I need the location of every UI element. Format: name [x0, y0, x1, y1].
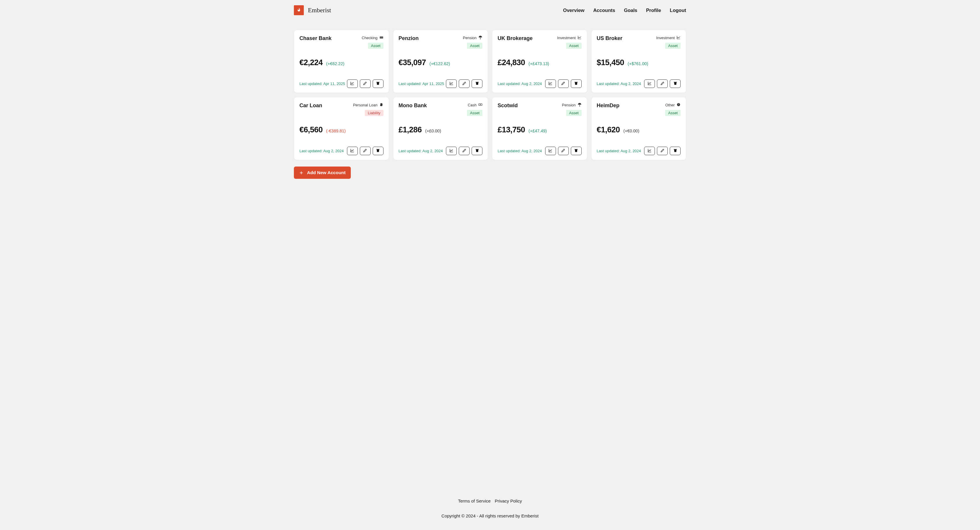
account-badge: Asset — [566, 110, 582, 116]
line-chart-icon — [449, 81, 454, 86]
umbrella-icon — [478, 35, 482, 40]
account-updated: Last updated: Aug 2, 2024 — [299, 149, 344, 153]
credit-card-icon — [379, 35, 383, 40]
account-type: Checking — [361, 35, 383, 40]
account-delta: (+€62.22) — [326, 61, 344, 66]
delete-button[interactable] — [670, 80, 681, 88]
account-type: Investment — [656, 35, 681, 40]
edit-button[interactable] — [657, 80, 668, 88]
question-icon: ? — [676, 102, 681, 107]
account-delta: (-€389.81) — [326, 129, 346, 133]
accounts-grid: Chaser Bank Checking Asset €2,224 (+€62.… — [294, 30, 686, 160]
nav-overview[interactable]: Overview — [563, 8, 584, 13]
svg-rect-0 — [380, 37, 383, 38]
nav-goals[interactable]: Goals — [624, 8, 637, 13]
delete-button[interactable] — [373, 80, 383, 88]
account-delta: (+£473.13) — [528, 61, 549, 66]
footer-terms[interactable]: Terms of Service — [458, 498, 491, 503]
trash-icon — [475, 81, 479, 86]
edit-button[interactable] — [558, 80, 569, 88]
chart-button[interactable] — [545, 80, 556, 88]
trash-icon — [673, 81, 678, 86]
trash-icon — [673, 148, 678, 154]
plus-icon — [299, 171, 304, 175]
pencil-icon — [561, 148, 566, 154]
trash-icon — [574, 81, 578, 86]
brand-name: Emberist — [308, 6, 331, 14]
nav-accounts[interactable]: Accounts — [593, 8, 615, 13]
umbrella-icon — [578, 102, 582, 107]
account-type: Other ? — [665, 102, 681, 107]
svg-text:?: ? — [678, 104, 679, 105]
account-delta: (+£47.49) — [528, 129, 547, 133]
add-account-button[interactable]: Add New Account — [294, 166, 351, 179]
chart-button[interactable] — [644, 80, 655, 88]
hand-icon — [379, 102, 383, 107]
edit-button[interactable] — [657, 147, 668, 155]
account-value: $15,450 — [597, 58, 624, 67]
account-name: UK Brokerage — [498, 35, 533, 42]
account-name: Car Loan — [299, 102, 322, 109]
account-badge: Asset — [368, 43, 383, 49]
line-chart-icon — [578, 35, 582, 40]
delete-button[interactable] — [571, 80, 582, 88]
pencil-icon — [660, 81, 665, 86]
brand-home[interactable]: Emberist — [294, 5, 331, 15]
account-value: £13,750 — [498, 125, 525, 134]
chart-button[interactable] — [644, 147, 655, 155]
footer-privacy[interactable]: Privacy Policy — [495, 498, 522, 503]
account-type: Personal Loan — [353, 102, 383, 107]
account-card: HeimDep Other ? Asset €1,620 (+€0.00) La… — [591, 97, 686, 160]
account-card: UK Brokerage Investment Asset £24,830 (+… — [492, 30, 587, 93]
edit-button[interactable] — [360, 147, 371, 155]
nav-logout[interactable]: Logout — [670, 8, 686, 13]
edit-button[interactable] — [558, 147, 569, 155]
delete-button[interactable] — [373, 147, 383, 155]
pencil-icon — [363, 148, 368, 154]
account-name: Penzion — [399, 35, 419, 42]
delete-button[interactable] — [472, 80, 482, 88]
line-chart-icon — [647, 81, 652, 86]
account-value: £24,830 — [498, 58, 525, 67]
edit-button[interactable] — [459, 80, 469, 88]
flame-icon — [294, 5, 304, 15]
account-name: Scotwid — [498, 102, 518, 109]
account-type: Cash — [468, 102, 482, 107]
chart-button[interactable] — [446, 147, 457, 155]
footer-copyright: Copyright © 2024 - All rights reserved b… — [0, 513, 980, 518]
nav-profile[interactable]: Profile — [646, 8, 661, 13]
pencil-icon — [462, 81, 467, 86]
chart-button[interactable] — [545, 147, 556, 155]
account-badge: Asset — [566, 43, 582, 49]
edit-button[interactable] — [459, 147, 469, 155]
delete-button[interactable] — [472, 147, 482, 155]
account-name: US Broker — [597, 35, 622, 42]
chart-button[interactable] — [347, 147, 358, 155]
delete-button[interactable] — [670, 147, 681, 155]
footer-links: Terms of Service Privacy Policy — [0, 498, 980, 503]
pencil-icon — [462, 148, 467, 154]
chart-button[interactable] — [347, 80, 358, 88]
account-delta: (+$761.00) — [628, 61, 649, 66]
account-badge: Asset — [467, 110, 482, 116]
account-updated: Last updated: Apr 11, 2025 — [399, 81, 444, 86]
account-updated: Last updated: Aug 2, 2024 — [498, 81, 542, 86]
account-type: Pension — [463, 35, 482, 40]
chart-button[interactable] — [446, 80, 457, 88]
edit-button[interactable] — [360, 80, 371, 88]
add-account-label: Add New Account — [307, 170, 345, 175]
account-delta: (+€122.62) — [430, 61, 450, 66]
delete-button[interactable] — [571, 147, 582, 155]
account-badge: Liability — [365, 110, 383, 116]
trash-icon — [375, 148, 380, 154]
pencil-icon — [660, 148, 665, 154]
account-card: Mono Bank Cash Asset £1,286 (+£0.00) Las… — [393, 97, 488, 160]
line-chart-icon — [548, 148, 553, 154]
account-type: Pension — [562, 102, 582, 107]
account-value: €2,224 — [299, 58, 323, 67]
account-card: Chaser Bank Checking Asset €2,224 (+€62.… — [294, 30, 389, 93]
account-name: Chaser Bank — [299, 35, 331, 42]
account-value: €35,097 — [399, 58, 426, 67]
account-name: Mono Bank — [399, 102, 427, 109]
account-updated: Last updated: Aug 2, 2024 — [597, 149, 641, 153]
